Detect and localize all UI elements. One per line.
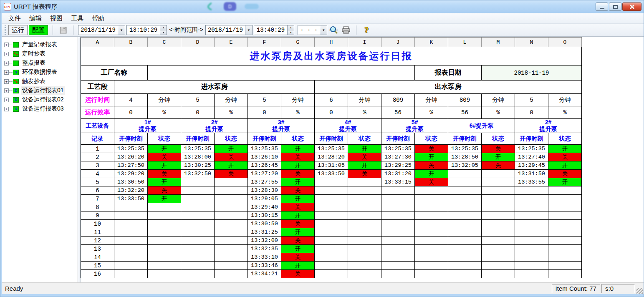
record-number[interactable]: 12 <box>81 237 114 245</box>
empty-cell[interactable] <box>348 203 381 211</box>
status-close[interactable]: 关 <box>215 153 248 161</box>
empty-cell[interactable] <box>315 237 348 245</box>
empty-cell[interactable] <box>148 253 181 262</box>
tree-item[interactable]: +D设备运行报表02 <box>4 95 78 104</box>
event-time[interactable]: 13:25:35 <box>181 145 215 153</box>
event-time[interactable]: 13:29:45 <box>515 161 548 170</box>
event-time[interactable]: 13:33:15 <box>381 178 415 186</box>
status-open[interactable]: 开 <box>148 161 181 170</box>
empty-cell[interactable] <box>381 220 415 228</box>
empty-cell[interactable] <box>114 228 148 237</box>
empty-cell[interactable] <box>348 262 381 270</box>
empty-cell[interactable] <box>448 237 482 245</box>
runtime-unit[interactable]: 分钟 <box>415 94 448 106</box>
empty-cell[interactable] <box>482 253 515 262</box>
efficiency-unit[interactable]: % <box>148 106 181 119</box>
column-header[interactable]: H <box>315 38 348 47</box>
column-header[interactable]: J <box>381 38 415 47</box>
empty-cell[interactable] <box>381 262 415 270</box>
empty-cell[interactable] <box>114 220 148 228</box>
column-header[interactable]: F <box>248 38 281 47</box>
empty-cell[interactable] <box>381 186 415 195</box>
empty-cell[interactable] <box>482 270 515 278</box>
status-header[interactable]: 状态 <box>415 133 448 145</box>
empty-cell[interactable] <box>448 195 482 203</box>
record-number[interactable]: 13 <box>81 245 114 253</box>
event-time[interactable]: 13:29:25 <box>381 161 415 170</box>
empty-cell[interactable] <box>515 220 548 228</box>
empty-cell[interactable] <box>315 211 348 220</box>
empty-cell[interactable] <box>148 237 181 245</box>
event-time[interactable]: 13:27:55 <box>248 178 281 186</box>
status-header[interactable]: 状态 <box>548 133 582 145</box>
empty-cell[interactable] <box>548 253 582 262</box>
event-time[interactable]: 13:25:35 <box>448 145 482 153</box>
empty-cell[interactable] <box>148 245 181 253</box>
empty-cell[interactable] <box>181 228 215 237</box>
status-open[interactable]: 开 <box>281 228 315 237</box>
empty-cell[interactable] <box>415 237 448 245</box>
menu-edit[interactable]: 编辑 <box>25 14 46 23</box>
efficiency-value[interactable]: 56 <box>381 106 415 119</box>
empty-cell[interactable] <box>315 245 348 253</box>
event-time[interactable]: 13:28:30 <box>248 186 281 195</box>
print-icon[interactable] <box>341 25 351 35</box>
device-name[interactable]: 2#提升泵 <box>181 119 248 133</box>
status-open[interactable]: 开 <box>148 195 181 203</box>
spin-up-icon[interactable]: ▲ <box>160 25 167 30</box>
empty-cell[interactable] <box>415 211 448 220</box>
status-close[interactable]: 关 <box>148 153 181 161</box>
event-time[interactable]: 13:25:35 <box>515 145 548 153</box>
tree-item[interactable]: +触发抄表 <box>4 77 78 86</box>
record-number[interactable]: 3 <box>81 161 114 170</box>
empty-cell[interactable] <box>448 220 482 228</box>
empty-cell[interactable] <box>215 245 248 253</box>
empty-cell[interactable] <box>114 270 148 278</box>
status-close[interactable]: 关 <box>348 170 381 178</box>
event-time[interactable]: 13:32:00 <box>248 237 281 245</box>
status-open[interactable]: 开 <box>281 195 315 203</box>
column-header[interactable]: C <box>148 38 181 47</box>
tree-item[interactable]: +D设备运行报表01 <box>4 86 78 95</box>
empty-cell[interactable] <box>548 211 582 220</box>
record-number[interactable]: 9 <box>81 211 114 220</box>
event-time[interactable]: 13:33:50 <box>315 170 348 178</box>
column-header[interactable]: K <box>415 38 448 47</box>
event-time[interactable]: 13:25:35 <box>381 145 415 153</box>
runtime-unit[interactable]: 分钟 <box>215 94 248 106</box>
spin-up-icon[interactable]: ▲ <box>288 25 294 30</box>
empty-cell[interactable] <box>448 203 482 211</box>
empty-cell[interactable] <box>448 262 482 270</box>
expand-icon[interactable]: + <box>4 88 9 93</box>
status-close[interactable]: 关 <box>415 161 448 170</box>
column-header[interactable]: N <box>515 38 548 47</box>
record-number[interactable]: 15 <box>81 262 114 270</box>
run-button[interactable]: 运行 <box>8 25 28 35</box>
status-close[interactable]: 关 <box>348 153 381 161</box>
empty-cell[interactable] <box>348 253 381 262</box>
status-close[interactable]: 关 <box>281 153 315 161</box>
status-open[interactable]: 开 <box>281 211 315 220</box>
event-time[interactable]: 13:30:25 <box>181 161 215 170</box>
record-number[interactable]: 10 <box>81 220 114 228</box>
event-time[interactable]: 13:28:20 <box>315 153 348 161</box>
tree-item[interactable]: +产量记录报表 <box>4 40 78 49</box>
menu-file[interactable]: 文件 <box>4 14 25 23</box>
runtime-value[interactable]: 6 <box>315 94 348 106</box>
empty-cell[interactable] <box>381 228 415 237</box>
empty-cell[interactable] <box>548 195 582 203</box>
status-open[interactable]: 开 <box>281 262 315 270</box>
empty-cell[interactable] <box>215 237 248 245</box>
event-time[interactable]: 13:33:10 <box>248 253 281 262</box>
event-time[interactable]: 13:25:35 <box>114 145 148 153</box>
empty-cell[interactable] <box>148 220 181 228</box>
status-open[interactable]: 开 <box>281 178 315 186</box>
status-open[interactable]: 开 <box>482 153 515 161</box>
device-name[interactable]: 4#提升泵 <box>315 119 381 133</box>
empty-cell[interactable] <box>482 245 515 253</box>
empty-cell[interactable] <box>482 262 515 270</box>
runtime-value[interactable]: 5 <box>248 94 281 106</box>
empty-cell[interactable] <box>515 203 548 211</box>
record-number[interactable]: 7 <box>81 195 114 203</box>
empty-cell[interactable] <box>381 203 415 211</box>
